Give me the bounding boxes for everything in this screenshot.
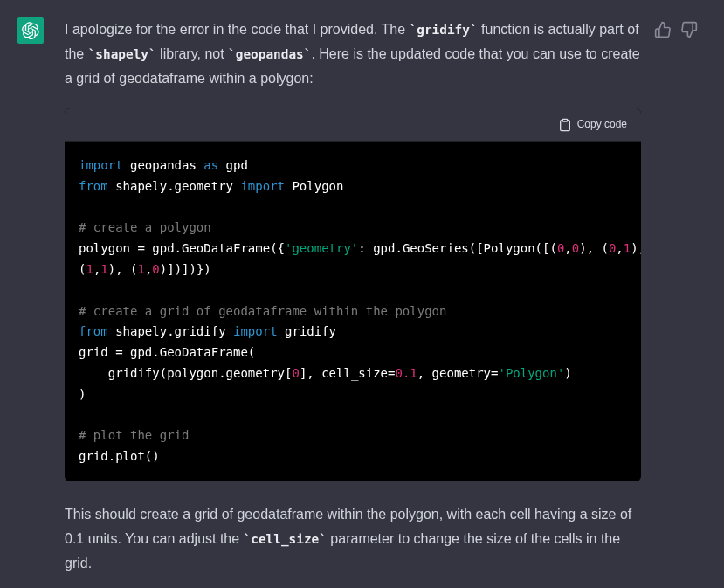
tok: , geometry= [417, 366, 499, 380]
tok: from [79, 324, 108, 338]
assistant-message: I apologize for the error in the code th… [17, 17, 707, 588]
tok: from [79, 179, 108, 193]
tok: 0.1 [395, 366, 417, 380]
paragraph-2: This should create a grid of geodatafram… [65, 502, 641, 576]
tok: geopandas [123, 158, 204, 172]
tok: ), ( [579, 241, 609, 255]
copy-code-label: Copy code [577, 115, 627, 134]
inline-code-cellsize: `cell_size` [244, 532, 327, 546]
thumbs-down-button[interactable] [680, 21, 698, 38]
tok: 1 [624, 241, 631, 255]
tok: ) [79, 387, 86, 401]
tok: ], cell_size= [300, 366, 396, 380]
tok: 0 [152, 262, 159, 276]
inline-code-shapely: `shapely` [88, 47, 156, 61]
code-block: Copy code import geopandas as gpd from s… [65, 108, 641, 481]
tok: 0 [292, 366, 299, 380]
code-body: import geopandas as gpd from shapely.geo… [65, 142, 641, 481]
tok: 1 [137, 262, 144, 276]
tok: polygon = gpd.GeoDataFrame({ [79, 241, 285, 255]
assistant-avatar [17, 17, 44, 44]
tok: 'Polygon' [498, 366, 564, 380]
tok: gridify(polygon.geometry[ [79, 366, 292, 380]
tok: ) [564, 366, 571, 380]
tok: 'geometry' [285, 241, 358, 255]
openai-icon [22, 22, 39, 39]
thumbs-down-icon [680, 21, 698, 38]
tok: import [240, 179, 285, 193]
thumbs-up-icon [654, 21, 672, 38]
prose-text: This should create a grid of geodatafram… [65, 502, 641, 576]
svg-rect-0 [562, 119, 567, 121]
inline-code-gridify: `gridify` [410, 23, 478, 37]
code-header: Copy code [65, 108, 641, 142]
copy-code-button[interactable]: Copy code [558, 115, 627, 134]
tok: shapely.geometry [108, 179, 241, 193]
inline-code-geopandas: `geopandas` [228, 47, 311, 61]
tok: gpd [218, 158, 248, 172]
tok: , [564, 241, 571, 255]
tok: # plot the grid [79, 428, 189, 442]
tok: 1 [100, 262, 107, 276]
tok: import [233, 324, 278, 338]
tok: 1 [86, 262, 93, 276]
paragraph-1: I apologize for the error in the code th… [65, 17, 641, 91]
feedback-buttons [654, 21, 698, 38]
tok: grid = gpd.GeoDataFrame( [79, 345, 255, 359]
tok: shapely.gridify [108, 324, 233, 338]
thumbs-up-button[interactable] [654, 21, 672, 38]
tok: ), [631, 241, 641, 255]
tok: )])])}) [160, 262, 211, 276]
message-content: I apologize for the error in the code th… [65, 17, 641, 588]
tok: gridify [278, 324, 336, 338]
tok: import [79, 158, 123, 172]
text: I apologize for the error in the code th… [65, 22, 410, 37]
tok: # create a grid of geodataframe within t… [79, 304, 446, 318]
clipboard-icon [558, 118, 572, 132]
tok: grid.plot() [79, 449, 160, 463]
tok: , [616, 241, 623, 255]
tok: as [203, 158, 218, 172]
tok: Polygon [285, 179, 343, 193]
tok: : gpd.GeoSeries([Polygon([( [358, 241, 557, 255]
text: library, not [156, 46, 228, 61]
prose-text: I apologize for the error in the code th… [65, 17, 641, 91]
tok: # create a polygon [79, 220, 211, 234]
tok: 0 [572, 241, 579, 255]
tok: ), ( [108, 262, 138, 276]
